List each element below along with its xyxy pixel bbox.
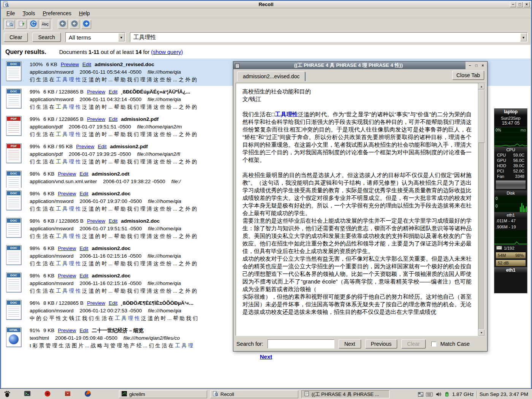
relevance-percent: 99%	[30, 116, 40, 123]
recoll-task-icon	[213, 391, 218, 397]
next-page-link[interactable]: Next	[260, 353, 272, 360]
browser-launcher[interactable]	[83, 390, 93, 399]
find-input[interactable]	[268, 339, 334, 348]
preview-link[interactable]: Preview	[58, 327, 76, 334]
minimize-button[interactable]: –	[510, 2, 516, 7]
edit-link[interactable]: Edit	[109, 217, 117, 225]
wm-menu-button[interactable]	[2, 390, 12, 399]
show-query-link[interactable]: (show query)	[151, 49, 183, 55]
edit-link[interactable]: Edit	[82, 61, 91, 68]
clock[interactable]: Sun Sep 23, 3:47 PM	[480, 391, 528, 397]
file-size: 6 KB / 1228865 B	[43, 116, 84, 123]
relevance-percent: 100%	[30, 61, 43, 68]
file-date: 2006-01-12 00:27:53 -0500	[80, 307, 142, 315]
search-term-highlight: 工具理性	[275, 111, 298, 117]
file-path: file:///home/qia	[148, 198, 181, 205]
pager-icon[interactable]	[418, 392, 423, 397]
close-button[interactable]: ×	[524, 2, 530, 7]
preview-link[interactable]: Preview	[58, 190, 76, 198]
preview-titlebar[interactable]: ((工 PHRASE 4 具 PHRASE 4 理 PHRASE 4 性)) –…	[233, 62, 487, 69]
task-preview[interactable]: ((工 PHRASE 4 具 PHRASE ...	[301, 390, 390, 398]
task-recoll[interactable]: Recoll	[210, 390, 298, 398]
scroll-up-icon[interactable]	[478, 83, 484, 89]
edit-link[interactable]: Edit	[109, 299, 117, 307]
menu-preferences[interactable]: Preferences	[39, 9, 75, 17]
find-previous-button[interactable]: Previous	[365, 339, 397, 348]
preview-link[interactable]: Preview	[58, 272, 76, 280]
volume-level: 52 dB	[498, 261, 509, 265]
spellcheck-button[interactable]: ÂbÇ	[40, 20, 50, 29]
file-size: 6 KB	[43, 190, 54, 198]
doc-heading: 高校招生的社会功能和目的	[242, 88, 472, 95]
recoll-titlebar[interactable]: Recoll – □ ×	[1, 1, 531, 8]
menu-help[interactable]: Help	[76, 9, 93, 17]
find-next-button[interactable]: Next	[339, 339, 361, 348]
gkrellm-monitor[interactable]: laptop Sun23Sep 15:47 05 0% mo CPU CPU59…	[494, 108, 527, 293]
terminal-launcher[interactable]	[22, 390, 32, 399]
edit-link[interactable]: Edit	[109, 88, 117, 96]
edit-link[interactable]: Edit	[79, 327, 88, 334]
chevron-down-icon[interactable]	[118, 33, 125, 41]
relevance-percent: 98%	[30, 217, 40, 225]
first-page-button[interactable]	[58, 20, 68, 29]
hostname-label: laptop	[494, 109, 527, 115]
preview-scrollbar[interactable]	[478, 83, 484, 336]
preview-link[interactable]: Preview	[87, 88, 105, 96]
refresh-button[interactable]	[28, 20, 38, 29]
sensor-row: PCI52.0C	[494, 168, 527, 174]
menu-file[interactable]: File	[3, 9, 19, 17]
footprint-icon	[3, 390, 11, 399]
menu-tools[interactable]: Tools	[19, 9, 39, 17]
edit-link[interactable]: Edit	[79, 190, 88, 198]
chevron-down-icon[interactable]	[520, 33, 527, 41]
preview-minimize-button[interactable]: –	[467, 63, 473, 68]
preview-link[interactable]: Preview	[87, 217, 105, 225]
battery-icon[interactable]	[445, 391, 450, 397]
save-query-button[interactable]	[17, 20, 27, 29]
file-date: 2006-01-07 19:38:22 -0500	[103, 178, 165, 185]
edit-link[interactable]: Edit	[79, 272, 88, 280]
edit-link[interactable]: Edit	[79, 245, 88, 252]
next-page-button[interactable]	[81, 20, 91, 29]
result-filename: ¸ßÐ£ÕÐÉúµÄÉç»á¹¦ÄÜºÍÄ¿...	[121, 88, 190, 96]
preview-close-button[interactable]: ×	[480, 63, 486, 68]
search-mode-select[interactable]: All terms	[65, 32, 125, 42]
results-table-button[interactable]	[5, 20, 15, 29]
task-gkrellm[interactable]: gkrellm	[119, 390, 207, 398]
relevance-percent: 98%	[30, 190, 40, 198]
scroll-down-icon[interactable]	[478, 329, 484, 336]
media-launcher[interactable]	[43, 390, 52, 399]
edit-link[interactable]: Edit	[109, 116, 117, 123]
find-clear-button[interactable]: Clear	[401, 339, 425, 348]
disk-chart: 0 0	[494, 196, 527, 212]
preview-link[interactable]: Preview	[76, 143, 94, 150]
mail-monitor: 1/192	[494, 245, 527, 251]
doc-file-icon	[6, 245, 21, 265]
keyboard-icon[interactable]	[426, 392, 433, 397]
preview-tab[interactable]: admission2...evised.doc	[237, 71, 305, 81]
edit-link[interactable]: Edit	[98, 143, 106, 150]
preview-link[interactable]: Preview	[58, 245, 76, 252]
preview-document-text[interactable]: 高校招生的社会功能和目的 文/钱江 我们生活在□工具理性泛滥的时代。作为“世之显…	[236, 83, 478, 336]
prev-page-button[interactable]	[70, 20, 79, 29]
preview-link[interactable]: Preview	[87, 116, 105, 123]
preview-maximize-button[interactable]: □	[473, 63, 479, 68]
maximize-button[interactable]: □	[517, 2, 523, 7]
mime-type: application/msword	[30, 307, 74, 315]
edit-link[interactable]: Edit	[79, 170, 88, 178]
preview-link[interactable]: Preview	[58, 170, 76, 178]
search-button[interactable]: Search	[32, 33, 60, 42]
doc-paragraph: 高校招生最明显的目的当然是选拔人才。但这选拔人才的目标却不仅仅是人们假定“因材施…	[242, 171, 472, 217]
file-date: 2006-01-11 05:54:44 -0500	[80, 68, 142, 76]
clear-button[interactable]: Clear	[4, 33, 28, 42]
match-case-checkbox[interactable]	[431, 342, 436, 347]
package-launcher[interactable]	[63, 390, 73, 399]
preview-link[interactable]: Preview	[87, 299, 105, 307]
disk-scale-label: 0	[496, 196, 498, 201]
query-input[interactable]: 工具理性	[130, 32, 527, 42]
preview-link[interactable]: Preview	[61, 61, 79, 68]
scrollbar-thumb[interactable]	[478, 90, 484, 143]
close-tab-button[interactable]: Close Tab	[452, 71, 484, 80]
volume-icon[interactable]	[435, 391, 442, 397]
file-path: file:/	[171, 178, 181, 185]
